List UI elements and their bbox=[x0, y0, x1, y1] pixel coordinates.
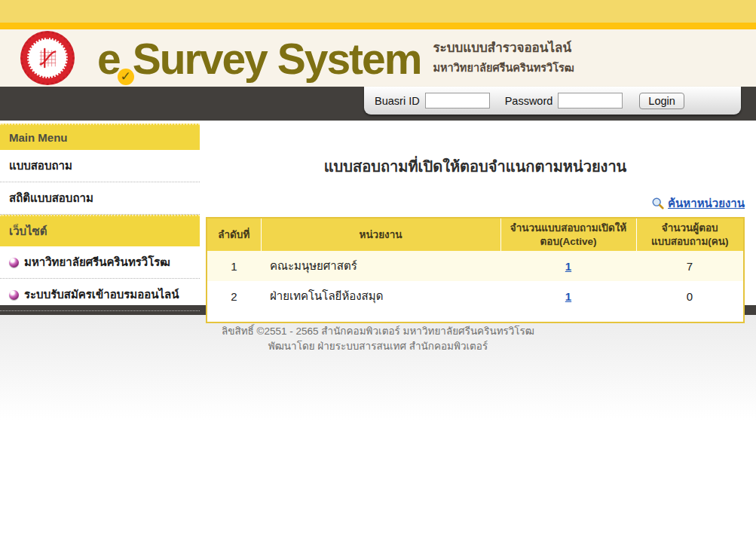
brand-block: e✓Survey System ระบบแบบสำรวจออนไลน์ มหาว… bbox=[97, 37, 574, 80]
subtitle-line2: มหาวิทยาลัยศรีนครินทรวิโรฒ bbox=[433, 59, 574, 76]
cell-unit-name: คณะมนุษยศาสตร์ bbox=[261, 251, 500, 281]
main-panel: แบบสอบถามที่เปิดให้ตอบจำแนกตามหน่วยงาน ค… bbox=[200, 121, 756, 305]
sidebar-link-training-registration[interactable]: ระบบรับสมัครเข้าอบรมออนไลน์ bbox=[0, 279, 200, 311]
search-icon bbox=[651, 197, 665, 210]
buasri-id-label: Buasri ID bbox=[375, 95, 420, 107]
sidebar-header-main-menu: Main Menu bbox=[0, 124, 200, 150]
top-bar bbox=[0, 0, 756, 23]
swu-grid-emblem bbox=[36, 47, 59, 69]
gold-stripe bbox=[0, 23, 756, 29]
search-link-label: ค้นหาหน่วยงาน bbox=[668, 197, 745, 209]
search-row: ค้นหาหน่วยงาน bbox=[206, 194, 745, 212]
sidebar-item-label: แบบสอบถาม bbox=[9, 157, 72, 175]
active-count-link[interactable]: 1 bbox=[565, 290, 571, 303]
cell-respondent-count: 0 bbox=[636, 281, 744, 322]
brand-subtitle: ระบบแบบสำรวจออนไลน์ มหาวิทยาลัยศรีนครินท… bbox=[433, 37, 574, 80]
password-label: Password bbox=[505, 95, 553, 107]
sidebar-header-websites: เว็บไซต์ bbox=[0, 215, 200, 246]
cell-index: 1 bbox=[207, 251, 261, 281]
site-header: e✓Survey System ระบบแบบสำรวจออนไลน์ มหาว… bbox=[0, 29, 756, 87]
password-input[interactable] bbox=[558, 93, 623, 108]
login-panel: Buasri ID Password Login bbox=[364, 87, 741, 115]
column-header-index: ลำดับที่ bbox=[207, 218, 261, 251]
footer-developed-by: พัฒนาโดย ฝ่ายระบบสารสนเทศ สำนักคอมพิวเตอ… bbox=[0, 339, 756, 354]
cell-index: 2 bbox=[207, 281, 261, 322]
swu-seal-logo bbox=[20, 31, 75, 85]
table-row: 1 คณะมนุษยศาสตร์ 1 7 bbox=[207, 251, 744, 281]
column-header-active: จำนวนแบบสอบถามเปิดให้ตอบ(Active) bbox=[500, 218, 636, 251]
search-unit-link[interactable]: ค้นหาหน่วยงาน bbox=[651, 197, 745, 209]
login-strip: Buasri ID Password Login bbox=[0, 87, 756, 121]
brand-title: e✓Survey System bbox=[97, 38, 421, 79]
cell-active-count: 1 bbox=[500, 251, 636, 281]
page: e✓Survey System ระบบแบบสำรวจออนไลน์ มหาว… bbox=[0, 0, 756, 547]
cell-unit-name: ฝ่ายเทคโนโลยีห้องสมุด bbox=[261, 281, 500, 322]
buasri-id-input[interactable] bbox=[425, 93, 490, 108]
globe-icon bbox=[9, 258, 19, 267]
footer-copyright: ลิขสิทธิ์ ©2551 - 2565 สำนักคอมพิวเตอร์ … bbox=[0, 324, 756, 339]
brand-title-rest: Survey System bbox=[133, 35, 421, 83]
cell-respondent-count: 7 bbox=[636, 251, 744, 281]
sidebar-item-label: สถิติแบบสอบถาม bbox=[9, 189, 93, 207]
brand-title-e: e bbox=[97, 35, 120, 83]
active-count-link[interactable]: 1 bbox=[565, 260, 571, 273]
sidebar-item-questionnaire-stats[interactable]: สถิติแบบสอบถาม bbox=[0, 182, 200, 215]
table-row: 2 ฝ่ายเทคโนโลยีห้องสมุด 1 0 bbox=[207, 281, 744, 322]
sidebar-item-questionnaires[interactable]: แบบสอบถาม bbox=[0, 150, 200, 182]
footer: ลิขสิทธิ์ ©2551 - 2565 สำนักคอมพิวเตอร์ … bbox=[0, 315, 756, 547]
sidebar-link-swu-website[interactable]: มหาวิทยาลัยศรีนครินทรวิโรฒ bbox=[0, 246, 200, 279]
login-button[interactable]: Login bbox=[639, 93, 684, 109]
cell-active-count: 1 bbox=[500, 281, 636, 322]
table-header-row: ลำดับที่ หน่วยงาน จำนวนแบบสอบถามเปิดให้ต… bbox=[207, 218, 744, 251]
check-icon: ✓ bbox=[118, 69, 134, 85]
globe-icon bbox=[9, 290, 19, 300]
units-table: ลำดับที่ หน่วยงาน จำนวนแบบสอบถามเปิดให้ต… bbox=[206, 217, 745, 323]
column-header-respondents: จำนวนผู้ตอบแบบสอบถาม(คน) bbox=[636, 218, 744, 251]
sidebar: Main Menu แบบสอบถาม สถิติแบบสอบถาม เว็บไ… bbox=[0, 121, 200, 305]
swu-seal-inner bbox=[27, 38, 68, 78]
column-header-unit: หน่วยงาน bbox=[261, 218, 500, 251]
content-area: Main Menu แบบสอบถาม สถิติแบบสอบถาม เว็บไ… bbox=[0, 121, 756, 305]
page-title: แบบสอบถามที่เปิดให้ตอบจำแนกตามหน่วยงาน bbox=[206, 154, 745, 179]
sidebar-item-label: มหาวิทยาลัยศรีนครินทรวิโรฒ bbox=[24, 253, 170, 271]
sidebar-item-label: ระบบรับสมัครเข้าอบรมออนไลน์ bbox=[24, 286, 179, 304]
subtitle-line1: ระบบแบบสำรวจออนไลน์ bbox=[433, 37, 574, 57]
